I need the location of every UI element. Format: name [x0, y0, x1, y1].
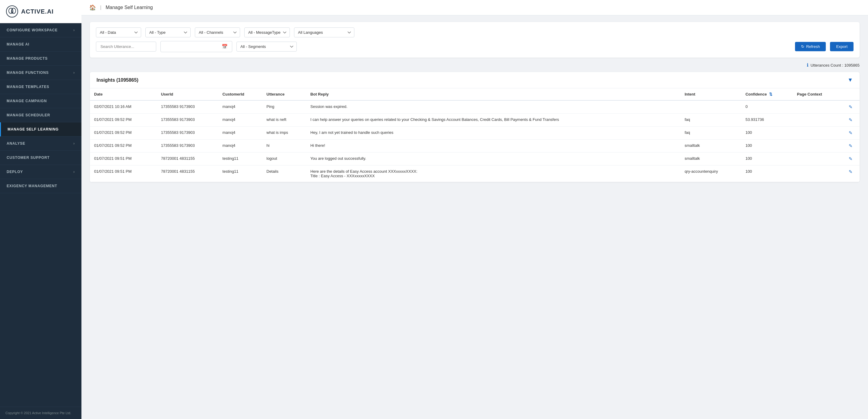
table-row: 01/07/2021 09:51 PM78720001 4831155testi…: [90, 165, 860, 182]
sidebar-item-label-manage-scheduler: Manage Scheduler: [7, 113, 50, 117]
cell-userid: 17355583 9173903: [157, 100, 218, 114]
filter-row-1: All - Data All - Type All - Channels All…: [96, 27, 854, 37]
export-button[interactable]: Export: [830, 42, 854, 51]
languages-filter[interactable]: All Languages: [294, 27, 354, 37]
cell-action: ✎: [841, 165, 860, 182]
cell-intent: smalltalk: [680, 153, 741, 165]
sidebar-item-manage-campaign[interactable]: Manage Campaign: [0, 94, 82, 108]
sidebar-item-manage-self-learning[interactable]: Manage Self Learning: [0, 122, 82, 136]
col-header-confidence[interactable]: Confidence ⇅: [741, 88, 793, 100]
sidebar-item-customer-support[interactable]: Customer Support: [0, 151, 82, 165]
info-icon: ℹ: [807, 62, 809, 68]
cell-userid: 17355583 9173903: [157, 114, 218, 127]
sidebar-item-manage-products[interactable]: Manage Products: [0, 52, 82, 66]
col-header-utterance: Utterance: [262, 88, 306, 100]
sidebar-item-label-manage-functions: Manage Functions: [7, 70, 49, 75]
col-header-customerid: CustomerId: [218, 88, 262, 100]
date-range-input: 05/07/2020 - 05/07/2021 📅: [160, 41, 232, 52]
cell-pagecontext: [793, 100, 842, 114]
cell-confidence: 0: [741, 100, 793, 114]
sidebar-item-analyse[interactable]: Analyse›: [0, 136, 82, 151]
table-row: 02/07/2021 10:16 AM17355583 9173903manoj…: [90, 100, 860, 114]
chevron-icon-configure-workspace: ›: [73, 28, 75, 32]
cell-customerid: testing11: [218, 165, 262, 182]
col-header-action: [841, 88, 860, 100]
col-header-botreply: Bot Reply: [306, 88, 680, 100]
cell-utterance: hi: [262, 139, 306, 153]
cell-date: 01/07/2021 09:52 PM: [90, 139, 157, 153]
sidebar-item-label-manage-self-learning: Manage Self Learning: [7, 127, 59, 131]
chevron-icon-analyse: ›: [73, 141, 75, 146]
data-filter[interactable]: All - Data: [96, 27, 141, 37]
cell-date: 01/07/2021 09:52 PM: [90, 114, 157, 127]
cell-intent: faq: [680, 127, 741, 139]
cell-botreply: Hi there!: [306, 139, 680, 153]
cell-pagecontext: [793, 165, 842, 182]
type-filter[interactable]: All - Type: [145, 27, 191, 37]
cell-botreply: Hey, I am not yet trained to handle such…: [306, 127, 680, 139]
table-header-row: Date UserId CustomerId Utterance Bot Rep…: [90, 88, 860, 100]
segments-filter[interactable]: All - Segments: [237, 42, 297, 52]
table-row: 01/07/2021 09:52 PM17355583 9173903manoj…: [90, 127, 860, 139]
sidebar-item-manage-templates[interactable]: Manage Templates: [0, 80, 82, 94]
utterances-count-text: Utterances Count : 1095865: [810, 63, 860, 67]
chevron-icon-deploy: ›: [73, 170, 75, 174]
cell-pagecontext: [793, 139, 842, 153]
sidebar-logo: ACTIVE.AI: [0, 0, 82, 23]
sidebar-nav: Configure Workspace›Manage AIManage Prod…: [0, 23, 82, 193]
cell-userid: 17355583 9173903: [157, 139, 218, 153]
topbar: 🏠 | Manage Self Learning: [82, 0, 868, 15]
cell-confidence: 100: [741, 139, 793, 153]
col-header-pagecontext: Page Context: [793, 88, 842, 100]
cell-date: 01/07/2021 09:52 PM: [90, 127, 157, 139]
search-input[interactable]: [96, 42, 156, 52]
cell-intent: qry-accountenquiry: [680, 165, 741, 182]
home-icon[interactable]: 🏠: [89, 4, 96, 11]
edit-icon[interactable]: ✎: [849, 104, 852, 109]
cell-userid: 78720001 4831155: [157, 165, 218, 182]
cell-confidence: 53.931736: [741, 114, 793, 127]
cell-confidence: 100: [741, 127, 793, 139]
table-row: 01/07/2021 09:52 PM17355583 9173903manoj…: [90, 114, 860, 127]
cell-action: ✎: [841, 153, 860, 165]
calendar-icon[interactable]: 📅: [222, 44, 228, 50]
sidebar-item-manage-scheduler[interactable]: Manage Scheduler: [0, 108, 82, 122]
sidebar-footer: Copyright © 2021 Active Intelligence Pte…: [0, 407, 82, 419]
insights-header: Insights (1095865) ▼: [90, 72, 860, 88]
cell-action: ✎: [841, 114, 860, 127]
sidebar-item-deploy[interactable]: Deploy›: [0, 165, 82, 179]
date-range-text[interactable]: 05/07/2020 - 05/07/2021: [165, 44, 219, 49]
cell-botreply: Session was expired.: [306, 100, 680, 114]
filter-row-2: 05/07/2020 - 05/07/2021 📅 All - Segments…: [96, 41, 854, 52]
col-header-intent: Intent: [680, 88, 741, 100]
refresh-button[interactable]: ↻ Refresh: [795, 42, 826, 51]
cell-pagecontext: [793, 114, 842, 127]
edit-icon[interactable]: ✎: [849, 143, 852, 148]
sidebar-item-manage-ai[interactable]: Manage AI: [0, 37, 82, 52]
cell-utterance: Details: [262, 165, 306, 182]
content-area: All - Data All - Type All - Channels All…: [82, 15, 868, 419]
utterances-count-bar: ℹ Utterances Count : 1095865: [90, 62, 860, 68]
sidebar-item-configure-workspace[interactable]: Configure Workspace›: [0, 23, 82, 37]
insights-toggle[interactable]: ▼: [847, 77, 853, 83]
cell-botreply: You are logged out successfully.: [306, 153, 680, 165]
channels-filter[interactable]: All - Channels: [195, 27, 240, 37]
sidebar-item-label-manage-products: Manage Products: [7, 56, 48, 61]
cell-utterance: what is imps: [262, 127, 306, 139]
edit-icon[interactable]: ✎: [849, 156, 852, 161]
col-header-userid: UserId: [157, 88, 218, 100]
cell-intent: faq: [680, 114, 741, 127]
sidebar-item-label-deploy: Deploy: [7, 170, 23, 174]
logo-icon: [6, 5, 18, 18]
sidebar-item-manage-functions[interactable]: Manage Functions›: [0, 66, 82, 80]
sidebar-item-label-manage-ai: Manage AI: [7, 42, 29, 46]
edit-icon[interactable]: ✎: [849, 117, 852, 122]
sidebar-item-exigency-management[interactable]: Exigency Management: [0, 179, 82, 193]
cell-action: ✎: [841, 100, 860, 114]
messagetype-filter[interactable]: All - MessageType: [244, 27, 290, 37]
cell-userid: 17355583 9173903: [157, 127, 218, 139]
edit-icon[interactable]: ✎: [849, 169, 852, 174]
cell-utterance: Ping: [262, 100, 306, 114]
edit-icon[interactable]: ✎: [849, 130, 852, 135]
sidebar-item-label-exigency-management: Exigency Management: [7, 184, 57, 188]
